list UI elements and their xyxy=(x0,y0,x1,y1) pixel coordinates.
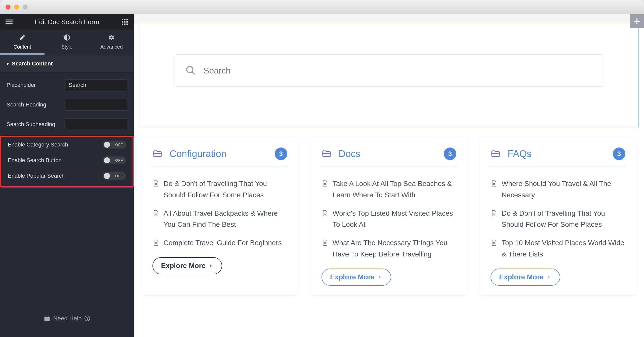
document-icon xyxy=(152,210,159,216)
plugin-icon xyxy=(44,315,51,322)
control-search-subheading: Search Subheading xyxy=(7,115,127,134)
svg-rect-6 xyxy=(122,21,123,22)
category-card-docs: Docs 3 Take A Look At All Top Sea Beache… xyxy=(310,137,467,295)
article-link[interactable]: What Are The Necessary Things You Have T… xyxy=(321,234,456,264)
tab-content[interactable]: Content xyxy=(0,30,45,55)
document-icon xyxy=(321,210,328,216)
toggle-knob xyxy=(104,173,110,179)
svg-rect-9 xyxy=(122,24,123,25)
enable-category-search-toggle[interactable]: OFF xyxy=(103,141,126,148)
editor-sidebar: Edit Doc Search Form Content Style xyxy=(0,14,134,337)
sidebar-title: Edit Doc Search Form xyxy=(13,18,121,26)
maximize-window-dot[interactable] xyxy=(23,5,28,10)
pencil-icon xyxy=(0,34,45,43)
svg-line-18 xyxy=(192,72,195,74)
close-window-dot[interactable] xyxy=(6,5,11,10)
tab-style[interactable]: Style xyxy=(45,30,89,55)
svg-rect-1 xyxy=(6,21,13,22)
chevron-right-icon xyxy=(378,275,383,280)
svg-rect-0 xyxy=(6,20,13,21)
svg-rect-7 xyxy=(124,21,125,22)
menu-icon[interactable] xyxy=(5,18,13,26)
tab-advanced[interactable]: Advanced xyxy=(89,30,134,55)
folder-icon xyxy=(321,149,332,159)
search-icon xyxy=(185,65,196,76)
svg-rect-3 xyxy=(122,19,123,20)
article-link[interactable]: All About Travel Backpacks & Where You C… xyxy=(152,204,287,234)
enable-search-button-label: Enable Search Button xyxy=(8,157,62,164)
svg-rect-5 xyxy=(127,19,128,20)
sidebar-tabs: Content Style Advanced xyxy=(0,30,134,55)
control-enable-popular-search: Enable Popular Search OFF xyxy=(8,168,126,184)
article-link[interactable]: Top 10 Most Visited Places World Wide & … xyxy=(491,234,625,264)
document-icon xyxy=(321,239,328,246)
search-heading-input[interactable] xyxy=(65,99,127,110)
article-link[interactable]: World's Top Listed Most Visited Places T… xyxy=(321,204,456,234)
document-icon xyxy=(491,210,497,216)
article-link[interactable]: Take A Look At All Top Sea Beaches & Lea… xyxy=(321,175,456,204)
article-link[interactable]: Do & Don't of Travelling That You Should… xyxy=(152,175,287,204)
explore-more-button[interactable]: Explore More xyxy=(491,269,560,286)
search-input[interactable] xyxy=(204,66,592,76)
card-count-badge: 3 xyxy=(444,147,456,160)
need-help-link[interactable]: Need Help xyxy=(0,300,134,337)
enable-category-search-label: Enable Category Search xyxy=(8,141,68,148)
search-widget-section[interactable] xyxy=(139,24,639,127)
preview-container: Configuration 3 Do & Don't of Travelling… xyxy=(134,24,644,337)
placeholder-input[interactable] xyxy=(65,79,127,91)
control-search-heading: Search Heading xyxy=(7,95,127,115)
contrast-icon xyxy=(45,34,89,43)
app-window: Edit Doc Search Form Content Style xyxy=(0,0,644,337)
card-count-badge: 3 xyxy=(613,147,625,160)
explore-more-button[interactable]: Explore More xyxy=(321,269,391,286)
highlighted-toggles: Enable Category Search OFF Enable Search… xyxy=(0,136,134,188)
card-article-list: Take A Look At All Top Sea Beaches & Lea… xyxy=(321,167,456,269)
explore-more-button[interactable]: Explore More xyxy=(152,257,222,274)
toggle-knob xyxy=(104,157,110,163)
controls-group: Placeholder Search Heading Search Subhea… xyxy=(0,73,134,134)
editor-canvas: Configuration 3 Do & Don't of Travelling… xyxy=(134,14,644,337)
svg-rect-4 xyxy=(124,19,125,20)
enable-popular-search-toggle[interactable]: OFF xyxy=(103,172,126,180)
category-cards-row: Configuration 3 Do & Don't of Travelling… xyxy=(134,127,644,295)
document-icon xyxy=(152,239,159,246)
svg-rect-16 xyxy=(634,21,640,22)
card-article-list: Do & Don't of Travelling That You Should… xyxy=(152,167,287,257)
placeholder-label: Placeholder xyxy=(7,82,36,88)
mac-titlebar xyxy=(0,0,644,14)
card-header: Configuration 3 xyxy=(152,147,287,167)
document-icon xyxy=(491,239,497,246)
folder-icon xyxy=(491,149,501,159)
card-article-list: Where Should You Travel & All The Necess… xyxy=(491,167,625,269)
section-header-search-content[interactable]: Search Content xyxy=(0,55,134,73)
control-enable-category-search: Enable Category Search OFF xyxy=(8,137,126,153)
article-link[interactable]: Where Should You Travel & All The Necess… xyxy=(491,175,625,204)
minimize-window-dot[interactable] xyxy=(14,5,19,10)
card-count-badge: 3 xyxy=(275,147,287,160)
article-link[interactable]: Do & Don't of Travelling That You Should… xyxy=(491,204,625,234)
document-icon xyxy=(491,180,497,187)
grid-icon[interactable] xyxy=(121,18,129,26)
document-icon xyxy=(321,180,328,187)
svg-point-17 xyxy=(187,66,193,73)
article-link[interactable]: Complete Travel Guide For Beginners xyxy=(152,234,287,252)
control-placeholder: Placeholder xyxy=(7,75,127,95)
plus-icon xyxy=(633,17,641,25)
card-header: Docs 3 xyxy=(321,147,456,167)
chevron-right-icon xyxy=(209,263,214,268)
add-section-button[interactable] xyxy=(630,14,644,28)
card-header: FAQs 3 xyxy=(491,147,625,167)
svg-rect-2 xyxy=(6,23,13,24)
card-title: FAQs xyxy=(508,148,606,159)
enable-search-button-toggle[interactable]: OFF xyxy=(103,157,126,164)
category-card-configuration: Configuration 3 Do & Don't of Travelling… xyxy=(141,137,298,295)
sidebar-header: Edit Doc Search Form xyxy=(0,14,134,30)
svg-rect-11 xyxy=(127,24,128,25)
search-box xyxy=(175,54,603,87)
enable-popular-search-label: Enable Popular Search xyxy=(8,173,65,179)
card-title: Configuration xyxy=(170,148,268,159)
document-icon xyxy=(152,180,159,187)
search-subheading-input[interactable] xyxy=(65,119,127,130)
svg-rect-8 xyxy=(127,21,128,22)
gear-icon xyxy=(89,34,134,43)
